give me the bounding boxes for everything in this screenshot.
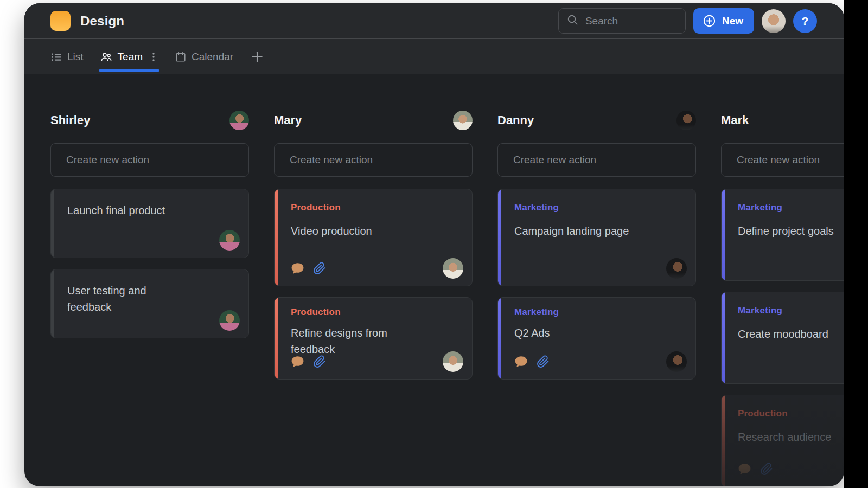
column-name: Shirley	[50, 113, 90, 127]
board-title: Design	[80, 14, 124, 29]
active-tab-underline	[99, 69, 159, 72]
card-indicators	[738, 463, 773, 476]
card-group-label: Marketing	[738, 202, 844, 213]
view-tab-bar: List Team	[24, 39, 844, 74]
card-group-label: Marketing	[514, 202, 680, 213]
tab-team[interactable]: Team	[100, 39, 158, 74]
card-list: Production Video production	[274, 189, 473, 380]
list-view-icon	[50, 51, 62, 63]
user-avatar[interactable]	[762, 9, 786, 33]
task-card[interactable]: Marketing Campaign landing page	[497, 189, 696, 286]
assignee-avatar	[443, 351, 463, 372]
column-name: Mary	[274, 113, 302, 127]
column-avatar	[229, 111, 249, 130]
card-title: Define project goals	[738, 223, 844, 239]
column-mary: Mary Production Video production	[274, 110, 473, 486]
card-indicators	[514, 355, 550, 368]
card-title: User testing and feedback	[67, 282, 193, 315]
card-accent-bar	[275, 189, 278, 286]
task-card[interactable]: Marketing Define project goals	[721, 189, 844, 281]
card-group-label: Production	[291, 202, 457, 213]
assignee-avatar	[443, 258, 463, 279]
task-card[interactable]: User testing and feedback	[50, 269, 249, 338]
column-header: Shirley	[50, 110, 249, 131]
board-logo-icon	[50, 11, 71, 31]
card-title: Launch final product	[67, 202, 193, 219]
tab-calendar[interactable]: Calendar	[175, 39, 233, 74]
tab-team-label: Team	[118, 52, 143, 62]
create-action-input[interactable]	[50, 143, 249, 177]
card-title: Refine designs from feedback	[291, 325, 417, 357]
header-actions: New ?	[558, 8, 817, 34]
new-button-label: New	[722, 15, 743, 27]
card-accent-bar	[51, 269, 54, 338]
attachment-icon	[313, 262, 326, 275]
app-window: Design New ?	[24, 3, 844, 486]
assignee-avatar	[666, 351, 687, 372]
card-accent-bar	[498, 298, 501, 379]
background-bleed	[844, 0, 868, 488]
card-title: Video production	[291, 223, 417, 239]
team-view-icon	[100, 50, 113, 63]
search-icon	[566, 14, 579, 28]
comment-icon	[291, 262, 304, 275]
column-header: Danny	[497, 110, 696, 131]
tab-options-icon[interactable]	[149, 51, 158, 63]
column-header: Mary	[274, 110, 473, 131]
card-accent-bar	[51, 189, 54, 258]
task-card[interactable]: Marketing Create moodboard	[721, 292, 844, 384]
card-group-label: Production	[291, 307, 457, 318]
column-danny: Danny Marketing Campaign landing page Ma…	[497, 110, 696, 486]
card-indicators	[291, 355, 326, 368]
add-view-button[interactable]	[250, 49, 265, 65]
card-title: Create moodboard	[738, 326, 844, 342]
column-mark: Mark Marketing Define project goals Mark…	[721, 110, 844, 486]
column-header: Mark	[721, 110, 844, 131]
card-title: Campaign landing page	[514, 223, 640, 239]
calendar-view-icon	[175, 51, 187, 63]
card-list: Marketing Define project goals Marketing…	[721, 189, 844, 486]
tab-list[interactable]: List	[50, 39, 84, 74]
comment-icon	[291, 356, 304, 368]
attachment-icon	[313, 355, 326, 368]
card-title: Q2 Ads	[514, 325, 640, 341]
card-accent-bar	[722, 395, 725, 486]
column-avatar	[676, 111, 696, 130]
app-header: Design New ?	[24, 3, 844, 39]
column-shirley: Shirley Launch final product User testin…	[50, 110, 249, 486]
plus-icon	[250, 49, 265, 65]
task-card[interactable]: Production Refine designs from feedback	[274, 297, 473, 380]
attachment-icon	[760, 463, 773, 476]
new-button[interactable]: New	[693, 8, 754, 34]
column-name: Danny	[497, 113, 534, 127]
create-action-input[interactable]	[497, 143, 696, 177]
assignee-avatar	[219, 230, 240, 251]
plus-circle-icon	[702, 14, 717, 28]
card-accent-bar	[275, 298, 278, 379]
card-group-label: Marketing	[738, 305, 844, 316]
search-input[interactable]	[584, 15, 678, 28]
column-name: Mark	[721, 113, 749, 127]
card-accent-bar	[722, 292, 725, 383]
tab-calendar-label: Calendar	[192, 52, 233, 62]
column-avatar	[453, 111, 473, 130]
team-board: Shirley Launch final product User testin…	[24, 75, 844, 486]
assignee-avatar	[219, 310, 240, 331]
card-indicators	[291, 262, 326, 275]
create-action-input[interactable]	[721, 143, 844, 177]
task-card[interactable]: Production Video production	[274, 189, 473, 286]
comment-icon	[738, 463, 751, 476]
card-accent-bar	[722, 189, 725, 280]
create-action-input[interactable]	[274, 143, 473, 177]
search-box[interactable]	[558, 8, 686, 34]
tab-list-label: List	[67, 52, 84, 62]
comment-icon	[514, 356, 528, 368]
task-card[interactable]: Production Research audience	[721, 395, 844, 486]
card-title: Research audience	[738, 429, 844, 445]
task-card[interactable]: Marketing Q2 Ads	[497, 297, 696, 380]
card-accent-bar	[498, 189, 501, 286]
attachment-icon	[537, 355, 550, 368]
task-card[interactable]: Launch final product	[50, 189, 249, 258]
help-button[interactable]: ?	[793, 9, 817, 33]
card-group-label: Production	[738, 408, 844, 419]
